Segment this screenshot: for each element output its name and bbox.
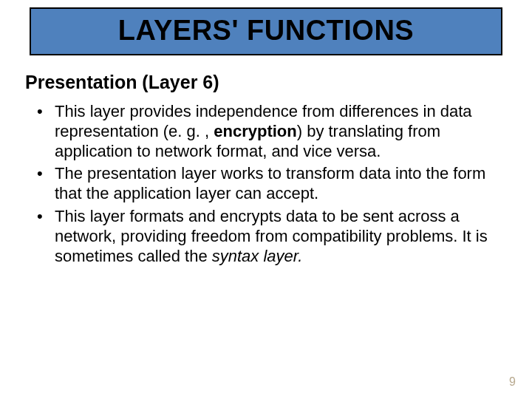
slide: LAYERS' FUNCTIONS Presentation (Layer 6)… [0, 0, 532, 399]
title-bar: LAYERS' FUNCTIONS [30, 7, 502, 55]
list-item: This layer provides independence from di… [34, 102, 510, 161]
bold-term: encryption [214, 122, 296, 140]
subtitle: Presentation (Layer 6) [25, 72, 510, 93]
list-item: The presentation layer works to transfor… [34, 164, 510, 204]
slide-title: LAYERS' FUNCTIONS [31, 15, 501, 47]
italic-term: syntax layer. [212, 247, 303, 265]
bullet-list: This layer provides independence from di… [34, 102, 510, 267]
list-item: This layer formats and encrypts data to … [34, 207, 510, 266]
bullet-text: The presentation layer works to transfor… [55, 164, 485, 202]
page-number: 9 [509, 375, 516, 389]
